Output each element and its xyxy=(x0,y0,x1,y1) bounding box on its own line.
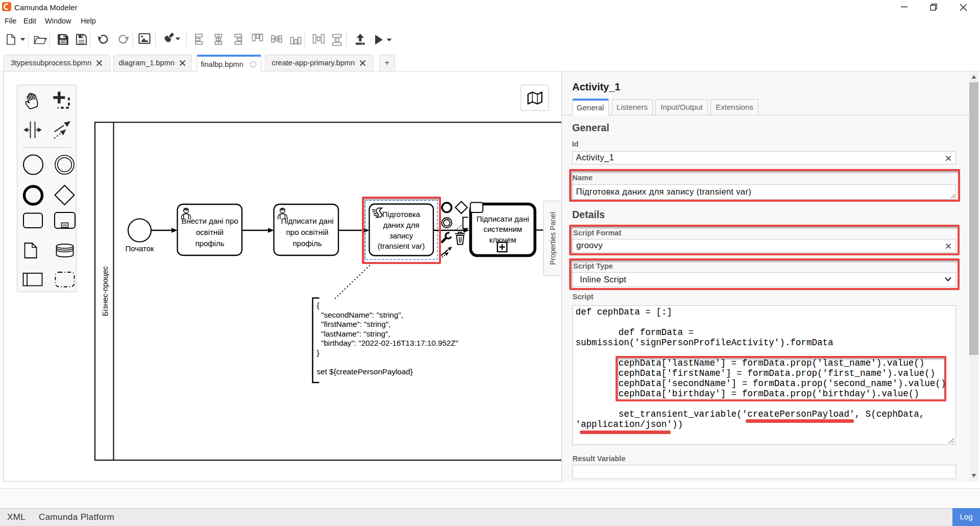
svg-text:{: { xyxy=(317,301,320,309)
svg-text:Початок: Початок xyxy=(125,244,154,253)
svg-text:Внести дані про: Внести дані про xyxy=(181,217,238,225)
svg-text:"firstName": "string",: "firstName": "string", xyxy=(321,320,390,328)
svg-text:освітній: освітній xyxy=(196,228,224,236)
svg-text:Підписати дані: Підписати дані xyxy=(476,214,529,223)
svg-text:}: } xyxy=(317,348,320,357)
svg-text:Підписати дані: Підписати дані xyxy=(281,217,333,225)
svg-text:"secondName": "string",: "secondName": "string", xyxy=(321,310,403,319)
svg-text:профіль: профіль xyxy=(195,239,224,248)
svg-text:про освітній: про освітній xyxy=(286,228,329,236)
svg-text:системним: системним xyxy=(483,225,522,233)
svg-text:Бізнес-процес: Бізнес-процес xyxy=(101,266,109,316)
svg-text:"birthday": "2022-02-16T13:17:: "birthday": "2022-02-16T13:17:10.952Z" xyxy=(321,339,458,347)
svg-text:"lastName": "string",: "lastName": "string", xyxy=(321,329,390,338)
svg-text:профіль: профіль xyxy=(292,239,322,248)
svg-text:set ${createPersonPayload}: set ${createPersonPayload} xyxy=(317,367,413,376)
